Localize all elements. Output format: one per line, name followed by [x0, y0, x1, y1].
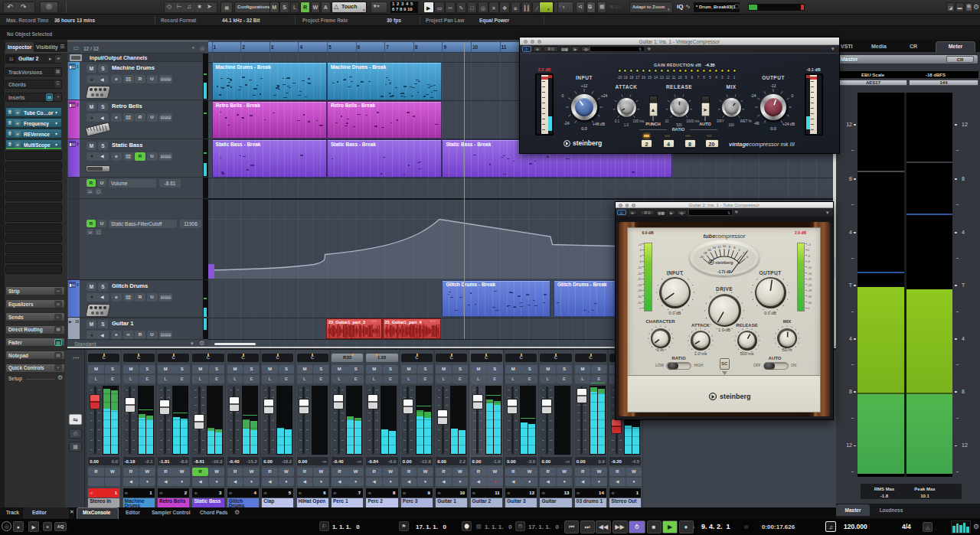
svg-text:14: 14 [712, 246, 716, 250]
svg-text:8: 8 [729, 244, 731, 248]
svg-text:0: 0 [746, 255, 749, 259]
svg-text:12: 12 [717, 244, 721, 248]
svg-text:4: 4 [738, 248, 740, 252]
svg-text:10: 10 [723, 244, 727, 248]
svg-text:steinberg: steinberg [715, 259, 733, 264]
svg-text:6: 6 [733, 246, 736, 250]
svg-text:16: 16 [707, 248, 711, 252]
svg-text:-20: -20 [699, 255, 704, 259]
svg-text:18: 18 [704, 251, 707, 255]
